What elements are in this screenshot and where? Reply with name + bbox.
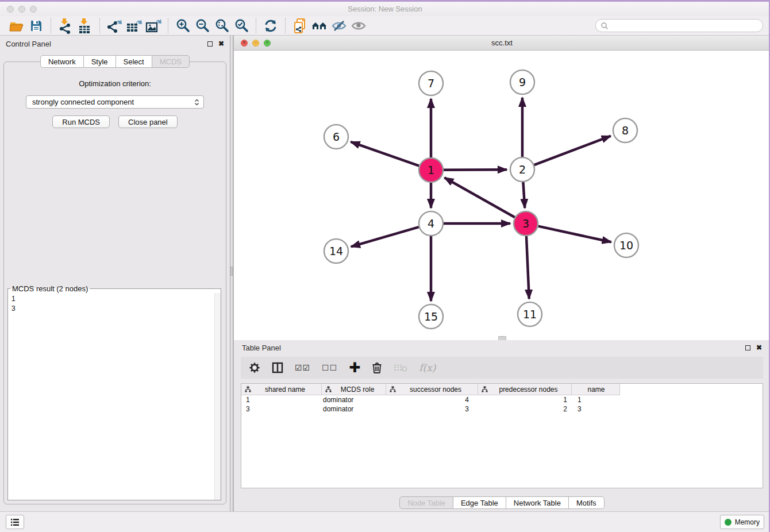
node-label: 1 (428, 164, 434, 176)
table-settings-button[interactable] (249, 362, 260, 373)
node-1[interactable]: 1 (419, 158, 443, 182)
zoom-window-button[interactable] (30, 6, 37, 13)
column-header-MCDS-role[interactable]: MCDS role (322, 384, 386, 395)
tab-mcds[interactable]: MCDS (152, 55, 190, 68)
node-11[interactable]: 11 (518, 302, 542, 326)
table-cell[interactable]: 1 (478, 395, 572, 404)
table-cell[interactable]: 3 (386, 404, 478, 414)
export-network-button[interactable] (105, 18, 124, 34)
node-6[interactable]: 6 (324, 125, 348, 149)
table-cell[interactable]: dominator (322, 404, 386, 414)
search-input[interactable] (609, 22, 758, 30)
tab-network-table[interactable]: Network Table (506, 496, 569, 509)
network-window-titlebar[interactable]: ✕ − + scc.txt (234, 36, 770, 51)
node-9[interactable]: 9 (510, 70, 534, 94)
tab-select[interactable]: Select (116, 55, 152, 68)
table-cell[interactable]: 3 (241, 404, 322, 414)
column-header-name[interactable]: name (572, 384, 620, 395)
table-cell[interactable]: 1 (572, 395, 620, 404)
mcds-result-box[interactable]: 1 3 (8, 293, 221, 500)
table-panel-tabs: Node TableEdge TableNetwork TableMotifs (399, 496, 604, 509)
show-all-button[interactable] (349, 18, 368, 34)
add-column-button[interactable]: ✚ (349, 362, 360, 373)
column-header-successor-nodes[interactable]: successor nodes (386, 384, 478, 395)
close-panel-icon[interactable]: ✖ (218, 40, 224, 47)
zoom-out-button[interactable] (192, 18, 212, 34)
tab-style[interactable]: Style (84, 55, 116, 68)
dropdown-stepper-icon (192, 99, 201, 106)
node-4[interactable]: 4 (419, 211, 443, 236)
save-session-button[interactable] (26, 18, 46, 34)
canvas-resize-handle[interactable] (498, 336, 506, 340)
edge-1-6[interactable] (351, 142, 419, 166)
table-row[interactable]: 3dominator323 (241, 404, 763, 414)
close-window-button[interactable] (7, 6, 14, 13)
node-10[interactable]: 10 (614, 233, 638, 257)
toolbar-separator (99, 18, 100, 33)
show-panels-menu-button[interactable] (6, 515, 24, 529)
tab-network[interactable]: Network (40, 55, 84, 68)
node-table[interactable]: shared nameMCDS rolesuccessor nodesprede… (241, 383, 763, 488)
table-cell[interactable]: 4 (386, 395, 478, 404)
edge-2-8[interactable] (534, 136, 611, 165)
first-neighbors-button[interactable] (310, 18, 329, 34)
run-mcds-button[interactable]: Run MCDS (52, 115, 110, 128)
export-image-button[interactable] (144, 18, 163, 34)
network-graph[interactable]: 7968124314101511 (234, 51, 770, 340)
network-close-button[interactable]: ✕ (241, 40, 248, 47)
tab-node-table[interactable]: Node Table (399, 496, 453, 509)
node-3[interactable]: 3 (514, 211, 538, 236)
network-minimize-button[interactable]: − (252, 40, 259, 47)
network-title: scc.txt (234, 38, 770, 47)
zoom-in-button[interactable] (173, 18, 192, 34)
table-cell[interactable]: 2 (478, 404, 572, 414)
search-field[interactable] (595, 19, 763, 32)
optimization-criterion-select[interactable]: strongly connected component (26, 95, 204, 109)
node-8[interactable]: 8 (613, 118, 637, 142)
edge-3-10[interactable] (538, 226, 611, 242)
splitter-grip[interactable] (230, 267, 233, 276)
node-label: 11 (523, 308, 537, 321)
delete-selected-button[interactable] (372, 362, 382, 373)
network-zoom-button[interactable]: + (264, 40, 271, 47)
minimize-window-button[interactable] (18, 6, 25, 13)
zoom-selected-button[interactable] (232, 18, 251, 34)
export-table-button[interactable] (124, 18, 144, 34)
memory-button[interactable]: Memory (720, 515, 764, 529)
node-15[interactable]: 15 (419, 304, 443, 329)
open-session-button[interactable] (7, 18, 26, 34)
table-cell[interactable]: 3 (572, 404, 620, 414)
node-14[interactable]: 14 (324, 239, 348, 263)
tab-edge-table[interactable]: Edge Table (453, 496, 506, 509)
select-all-checkboxes-button[interactable]: ☑☑ (295, 363, 310, 372)
split-view-button[interactable] (272, 362, 283, 373)
float-panel-icon[interactable] (745, 345, 750, 350)
deselect-all-checkboxes-button[interactable]: ☐☐ (322, 363, 337, 372)
network-view-window: ✕ − + scc.txt 7968124314101511 (233, 36, 770, 340)
close-panel-icon[interactable]: ✖ (756, 344, 762, 351)
node-7[interactable]: 7 (419, 71, 443, 95)
edge-3-1[interactable] (445, 178, 515, 217)
edge-3-11[interactable] (526, 236, 529, 299)
edge-4-14[interactable] (351, 227, 419, 246)
tab-motifs[interactable]: Motifs (569, 496, 605, 509)
new-network-from-selection-button[interactable] (290, 18, 310, 34)
import-network-button[interactable] (56, 18, 75, 34)
table-cell[interactable]: dominator (322, 395, 386, 404)
hide-selected-button[interactable] (329, 18, 349, 34)
column-header-shared-name[interactable]: shared name (241, 384, 322, 395)
refresh-button[interactable] (261, 18, 280, 34)
float-panel-icon[interactable] (207, 41, 213, 47)
network-canvas[interactable]: 7968124314101511 (234, 51, 770, 340)
table-cell[interactable]: 1 (241, 395, 322, 404)
close-panel-button[interactable]: Close panel (118, 115, 178, 128)
table-row[interactable]: 1dominator411 (241, 395, 763, 404)
edge-2-3[interactable] (523, 182, 525, 208)
import-table-button[interactable] (75, 18, 95, 34)
result-scrollbar[interactable] (214, 293, 221, 500)
table-panel: Table Panel ✖ (233, 340, 770, 511)
node-2[interactable]: 2 (510, 157, 534, 182)
fit-content-button[interactable] (212, 18, 232, 34)
column-header-predecessor-nodes[interactable]: predecessor nodes (478, 384, 572, 395)
edge-1-2[interactable] (444, 169, 507, 170)
